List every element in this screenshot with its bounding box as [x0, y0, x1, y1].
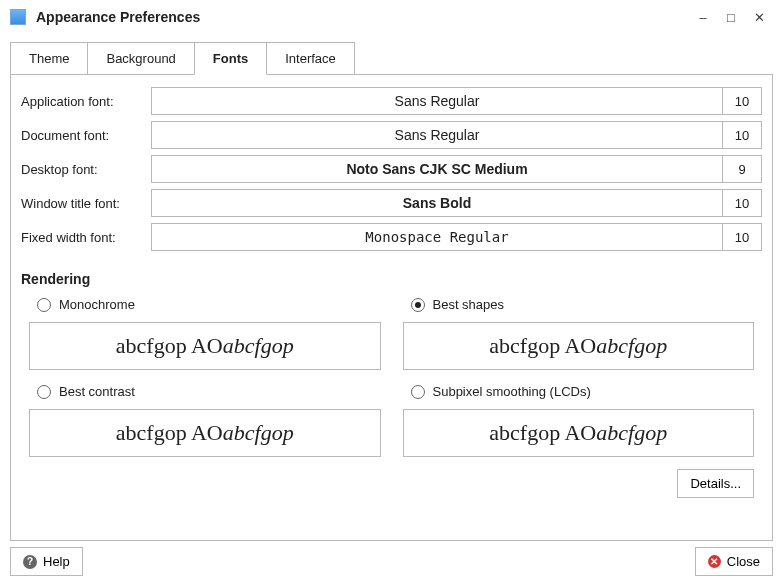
minimize-button[interactable]: – — [689, 6, 717, 28]
radio-bestshapes[interactable]: Best shapes — [403, 295, 755, 316]
font-row-desktop: Desktop font: Noto Sans CJK SC Medium 9 — [21, 155, 762, 183]
fixedwidth-font-button[interactable]: Monospace Regular 10 — [151, 223, 762, 251]
details-button[interactable]: Details... — [677, 469, 754, 498]
radio-icon — [37, 385, 51, 399]
tab-fonts[interactable]: Fonts — [194, 42, 267, 75]
preview-upright: abcfgop AO — [489, 420, 596, 446]
rendering-heading: Rendering — [21, 271, 762, 287]
desktop-font-label: Desktop font: — [21, 162, 151, 177]
fonts-panel: Application font: Sans Regular 10 Docume… — [10, 74, 773, 541]
font-row-document: Document font: Sans Regular 10 — [21, 121, 762, 149]
preview-italic: abcfgop — [596, 333, 667, 359]
tab-row: Theme Background Fonts Interface — [10, 42, 773, 75]
help-label: Help — [43, 554, 70, 569]
preview-bestcontrast: abcfgop AO abcfgop — [29, 409, 381, 457]
preview-bestshapes: abcfgop AO abcfgop — [403, 322, 755, 370]
radio-label: Best contrast — [59, 384, 135, 399]
font-row-windowtitle: Window title font: Sans Bold 10 — [21, 189, 762, 217]
preview-monochrome: abcfgop AO abcfgop — [29, 322, 381, 370]
windowtitle-font-name: Sans Bold — [152, 190, 723, 216]
close-button[interactable]: ✕ Close — [695, 547, 773, 576]
radio-label: Best shapes — [433, 297, 505, 312]
rendering-grid: Monochrome Best shapes abcfgop AO abcfgo… — [29, 295, 754, 463]
radio-icon — [411, 385, 425, 399]
preview-italic: abcfgop — [223, 420, 294, 446]
tab-background[interactable]: Background — [87, 42, 194, 75]
fixedwidth-font-size: 10 — [723, 224, 761, 250]
font-row-application: Application font: Sans Regular 10 — [21, 87, 762, 115]
preview-upright: abcfgop AO — [489, 333, 596, 359]
tab-interface[interactable]: Interface — [266, 42, 355, 75]
document-font-label: Document font: — [21, 128, 151, 143]
application-font-label: Application font: — [21, 94, 151, 109]
bottom-bar: ? Help ✕ Close — [0, 547, 783, 586]
radio-icon — [37, 298, 51, 312]
document-font-name: Sans Regular — [152, 122, 723, 148]
windowtitle-font-button[interactable]: Sans Bold 10 — [151, 189, 762, 217]
windowtitle-font-size: 10 — [723, 190, 761, 216]
window-title: Appearance Preferences — [36, 9, 689, 25]
close-window-button[interactable]: ✕ — [745, 6, 773, 28]
radio-label: Monochrome — [59, 297, 135, 312]
preview-subpixel: abcfgop AO abcfgop — [403, 409, 755, 457]
close-icon: ✕ — [708, 555, 721, 568]
desktop-font-name: Noto Sans CJK SC Medium — [152, 156, 723, 182]
tab-theme[interactable]: Theme — [10, 42, 88, 75]
desktop-font-button[interactable]: Noto Sans CJK SC Medium 9 — [151, 155, 762, 183]
windowtitle-font-label: Window title font: — [21, 196, 151, 211]
radio-label: Subpixel smoothing (LCDs) — [433, 384, 591, 399]
desktop-font-size: 9 — [723, 156, 761, 182]
fixedwidth-font-name: Monospace Regular — [152, 224, 723, 250]
fixedwidth-font-label: Fixed width font: — [21, 230, 151, 245]
radio-icon — [411, 298, 425, 312]
document-font-button[interactable]: Sans Regular 10 — [151, 121, 762, 149]
application-font-name: Sans Regular — [152, 88, 723, 114]
close-label: Close — [727, 554, 760, 569]
font-row-fixedwidth: Fixed width font: Monospace Regular 10 — [21, 223, 762, 251]
radio-bestcontrast[interactable]: Best contrast — [29, 382, 381, 403]
maximize-button[interactable]: □ — [717, 6, 745, 28]
application-font-button[interactable]: Sans Regular 10 — [151, 87, 762, 115]
details-row: Details... — [21, 469, 754, 498]
help-button[interactable]: ? Help — [10, 547, 83, 576]
preview-upright: abcfgop AO — [116, 333, 223, 359]
radio-monochrome[interactable]: Monochrome — [29, 295, 381, 316]
preview-upright: abcfgop AO — [116, 420, 223, 446]
preview-italic: abcfgop — [596, 420, 667, 446]
help-icon: ? — [23, 555, 37, 569]
preview-italic: abcfgop — [223, 333, 294, 359]
radio-subpixel[interactable]: Subpixel smoothing (LCDs) — [403, 382, 755, 403]
application-font-size: 10 — [723, 88, 761, 114]
app-icon — [10, 9, 26, 25]
document-font-size: 10 — [723, 122, 761, 148]
titlebar: Appearance Preferences – □ ✕ — [0, 0, 783, 36]
